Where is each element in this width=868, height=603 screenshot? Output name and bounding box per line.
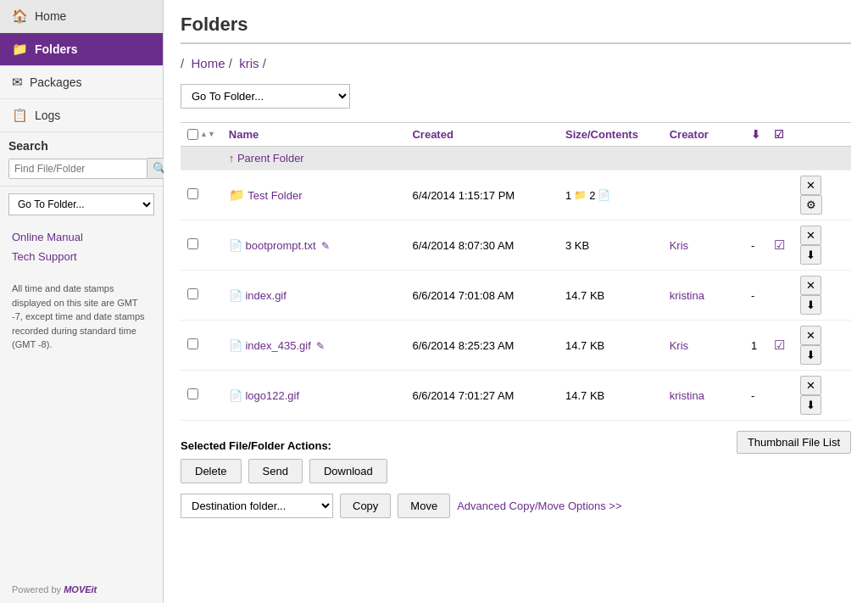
- file-doc-icon: 📄: [229, 339, 242, 352]
- sidebar-item-logs[interactable]: 📋 Logs: [0, 99, 163, 132]
- table-row: 📄 index.gif 6/6/2014 7:01:08 AM 14.7 KB …: [181, 271, 851, 321]
- edit-icon-bootprompt[interactable]: ✎: [321, 240, 330, 252]
- move-button[interactable]: Move: [398, 494, 450, 518]
- breadcrumb-kris[interactable]: kris: [239, 56, 259, 70]
- delete-selected-button[interactable]: Delete: [181, 459, 242, 483]
- select-all-checkbox[interactable]: [187, 129, 198, 140]
- go-folder-top: Go To Folder...: [181, 84, 851, 109]
- row-checkbox-cell: [181, 321, 222, 371]
- sidebar-item-home[interactable]: 🏠 Home: [0, 0, 163, 33]
- file-link-index-435[interactable]: index_435.gif: [245, 339, 310, 352]
- row-name-cell: 📄 bootprompt.txt ✎: [222, 221, 406, 271]
- row-checkbox-logo122[interactable]: [187, 388, 198, 399]
- copy-button[interactable]: Copy: [340, 494, 391, 518]
- action-buttons-row: Delete Send Download: [181, 459, 737, 483]
- breadcrumb-home[interactable]: Home: [192, 56, 225, 70]
- row-checkbox-index-435[interactable]: [187, 338, 198, 349]
- breadcrumb-trailing-slash: /: [263, 56, 266, 70]
- download-header-icon: ⬇: [751, 128, 760, 141]
- row-dl-cell: -: [744, 371, 767, 421]
- download-selected-button[interactable]: Download: [309, 459, 387, 483]
- breadcrumb-sep2: /: [229, 56, 236, 70]
- edit-icon-index-435[interactable]: ✎: [316, 340, 325, 352]
- sidebar-item-folders[interactable]: 📁 Folders: [0, 33, 163, 66]
- creator-link-bootprompt[interactable]: Kris: [670, 239, 688, 252]
- folder-count: 1: [565, 189, 571, 202]
- go-folder-sidebar-select[interactable]: Go To Folder...: [8, 193, 154, 215]
- delete-btn-index-435[interactable]: ✕: [800, 326, 821, 345]
- thumbnail-file-list-button[interactable]: Thumbnail File List: [737, 431, 851, 454]
- file-link-index-gif[interactable]: index.gif: [245, 289, 286, 302]
- th-size-label: Size/Contents: [565, 128, 638, 141]
- main-content: Folders / Home / kris / Go To Folder... …: [164, 0, 868, 603]
- creator-link-index-gif[interactable]: kristina: [670, 289, 704, 302]
- sort-arrows[interactable]: ▲▼: [200, 131, 215, 138]
- send-button[interactable]: Send: [248, 459, 303, 483]
- sidebar-item-packages[interactable]: ✉ Packages: [0, 66, 163, 99]
- delete-btn-logo122[interactable]: ✕: [800, 376, 821, 395]
- check-header-icon: ☑: [774, 128, 784, 141]
- row-checkbox-cell: [181, 170, 222, 221]
- row-size-cell: 14.7 KB: [559, 321, 663, 371]
- creator-link-logo122[interactable]: kristina: [670, 389, 704, 402]
- tech-support-link[interactable]: Tech Support: [12, 250, 151, 263]
- download-btn-bootprompt[interactable]: ⬇: [800, 245, 821, 265]
- file-link-logo122[interactable]: logo122.gif: [245, 389, 299, 402]
- folder-file-count: 2: [589, 189, 595, 202]
- checked-icon-index-435: ☑: [774, 338, 785, 352]
- row-checkbox-bootprompt[interactable]: [187, 238, 198, 249]
- row-name-cell: 📄 index.gif: [222, 271, 406, 321]
- row-actions-cell: ✕ ⬇: [792, 371, 851, 421]
- page-title: Folders: [181, 14, 851, 44]
- th-creator: Creator: [663, 123, 744, 147]
- row-creator-cell: kristina: [663, 271, 744, 321]
- row-actions-cell: ✕ ⚙: [792, 170, 851, 221]
- settings-btn-test-folder[interactable]: ⚙: [800, 195, 822, 215]
- row-creator-cell: [663, 170, 744, 221]
- parent-check-cell: [181, 147, 222, 170]
- row-checkbox-index-gif[interactable]: [187, 288, 198, 299]
- delete-btn-bootprompt[interactable]: ✕: [800, 226, 821, 245]
- row-checkbox-cell: [181, 271, 222, 321]
- folders-icon: 📁: [12, 42, 28, 57]
- file-link-bootprompt[interactable]: bootprompt.txt: [245, 239, 315, 252]
- sidebar-item-packages-label: Packages: [30, 75, 81, 89]
- delete-btn-test-folder[interactable]: ✕: [800, 176, 821, 195]
- moveit-logo: MOVEit: [64, 584, 97, 595]
- download-btn-index-gif[interactable]: ⬇: [800, 295, 821, 315]
- row-dl-cell: -: [744, 221, 767, 271]
- go-folder-top-select[interactable]: Go To Folder...: [181, 84, 350, 109]
- row-check-cell: ☑: [767, 221, 792, 271]
- table-row: 📄 bootprompt.txt ✎ 6/4/2014 8:07:30 AM 3…: [181, 221, 851, 271]
- parent-folder-link[interactable]: ↑ Parent Folder: [229, 152, 304, 165]
- creator-link-index-435[interactable]: Kris: [670, 339, 688, 352]
- search-label: Search: [8, 139, 154, 153]
- row-checkbox-test-folder[interactable]: [187, 188, 198, 199]
- download-btn-index-435[interactable]: ⬇: [800, 345, 821, 365]
- row-actions-cell: ✕ ⬇: [792, 321, 851, 371]
- row-size-cell: 1 📁 2 📄: [559, 170, 663, 221]
- th-actions: [792, 123, 851, 147]
- destination-folder-select[interactable]: Destination folder...: [181, 494, 333, 518]
- search-input[interactable]: [8, 159, 147, 179]
- row-actions-cell: ✕ ⬇: [792, 271, 851, 321]
- advanced-copy-move-link[interactable]: Advanced Copy/Move Options >>: [457, 500, 621, 512]
- row-check-cell: [767, 371, 792, 421]
- th-creator-label: Creator: [670, 128, 709, 141]
- online-manual-link[interactable]: Online Manual: [12, 231, 151, 243]
- delete-btn-index-gif[interactable]: ✕: [800, 276, 821, 295]
- go-folder-sidebar: Go To Folder...: [8, 193, 154, 215]
- breadcrumb-separator: /: [181, 56, 187, 70]
- th-size: Size/Contents: [559, 123, 663, 147]
- row-actions-cell: ✕ ⬇: [792, 221, 851, 271]
- download-btn-logo122[interactable]: ⬇: [800, 395, 821, 415]
- row-check-cell: [767, 170, 792, 221]
- row-name-cell: 📄 index_435.gif ✎: [222, 321, 406, 371]
- row-dl-cell: [744, 170, 767, 221]
- table-row-parent: ↑ Parent Folder: [181, 147, 851, 170]
- row-created-cell: 6/4/2014 8:07:30 AM: [405, 221, 559, 271]
- sidebar-links: Online Manual Tech Support: [0, 222, 163, 278]
- th-name-label: Name: [229, 128, 259, 141]
- file-link-test-folder[interactable]: Test Folder: [248, 189, 302, 202]
- th-checked: ☑: [767, 123, 792, 147]
